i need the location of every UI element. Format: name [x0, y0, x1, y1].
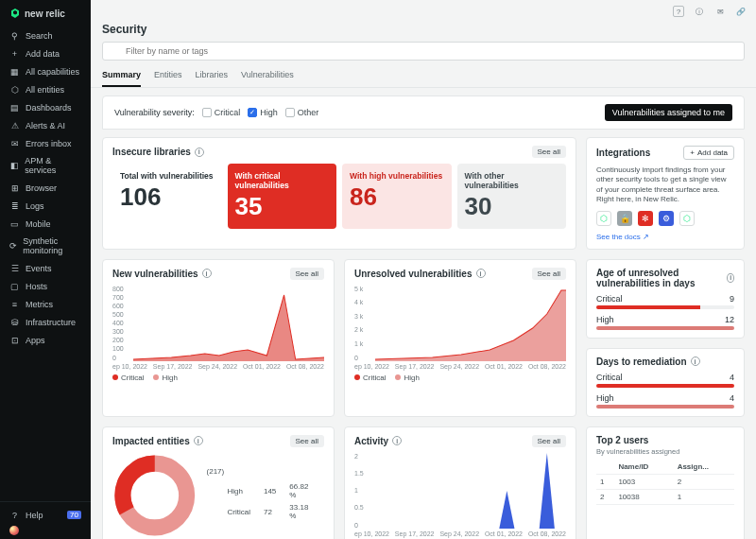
nav-item[interactable]: ⛁Infrastructure — [0, 313, 91, 331]
tab-entities[interactable]: Entities — [154, 66, 182, 87]
card-title-text: Activity — [354, 436, 388, 446]
integration-icons: ⬡ 🔒 ✻ ⚙ ⬡ — [596, 211, 734, 226]
nav-item[interactable]: ⚲Search — [0, 26, 91, 44]
info-icon[interactable]: i — [476, 269, 486, 278]
lib-total: Total with vulnerabilities106 — [112, 164, 222, 229]
nav-icon: ⬡ — [9, 84, 20, 95]
newrelic-icon — [9, 8, 21, 19]
critical-age-bar — [596, 305, 734, 309]
see-all-button[interactable]: See all — [532, 435, 566, 447]
table-row[interactable]: 110032 — [596, 474, 734, 489]
tab-vulnerabilities[interactable]: Vulnerabilities — [241, 66, 294, 87]
see-all-button[interactable]: See all — [290, 435, 324, 447]
integrations-desc: Continuously import findings from your o… — [596, 165, 734, 205]
info-icon[interactable]: i — [202, 269, 212, 278]
card-title-text: New vulnerabilities — [112, 269, 198, 279]
nav-item[interactable]: ⊞Browser — [0, 179, 91, 197]
nav-item[interactable]: ✉Errors inbox — [0, 134, 91, 152]
integration-icon[interactable]: 🔒 — [617, 211, 632, 226]
avatar[interactable] — [9, 526, 19, 535]
card-title-text: Days to remediation — [596, 356, 687, 367]
nav-label: Add data — [26, 49, 60, 59]
svg-marker-3 — [540, 453, 555, 529]
nav-icon: ▤ — [9, 102, 20, 113]
nav-label: All capabilities — [26, 67, 79, 77]
nav-item[interactable]: ▢Hosts — [0, 277, 91, 295]
info-icon[interactable]: i — [194, 436, 203, 445]
nav-icon: ⊞ — [9, 183, 20, 193]
add-data-button[interactable]: +Add data — [683, 146, 734, 160]
see-all-button[interactable]: See all — [532, 268, 566, 280]
integration-icon[interactable]: ✻ — [638, 211, 653, 226]
share-icon[interactable]: 🔗 — [735, 6, 747, 17]
nav-item[interactable]: ⬡All entities — [0, 80, 91, 98]
tabs: SummaryEntitiesLibrariesVulnerabilities — [91, 66, 756, 88]
nav-icon: ⚲ — [9, 30, 20, 41]
unresolved-chart: 5 k4 k3 k2 k1 k0 — [354, 286, 566, 361]
tab-summary[interactable]: Summary — [102, 66, 141, 87]
donut-chart — [112, 453, 198, 538]
activity-card: Activityi See all 21.510.50 ep 10, 2022S… — [344, 426, 576, 539]
integration-icon[interactable]: ⚙ — [659, 211, 674, 226]
info-icon[interactable]: ⓘ — [694, 6, 705, 17]
nav-label: Events — [26, 264, 52, 273]
nav-icon: ✉ — [9, 138, 20, 148]
nav-item[interactable]: ≡Metrics — [0, 295, 91, 313]
new-vulnerabilities-card: New vulnerabilitiesi See all 80070060050… — [102, 259, 335, 417]
nav-item[interactable]: ⚠Alerts & AI — [0, 116, 91, 134]
integration-icon[interactable]: ⬡ — [596, 211, 611, 226]
nav-item[interactable]: +Add data — [0, 44, 91, 62]
nav-item[interactable]: ▦All capabilities — [0, 62, 91, 80]
card-title-text: Unresolved vulnerabilities — [354, 269, 472, 279]
nav-label: All entities — [26, 85, 64, 95]
card-title-text: Top 2 users — [596, 435, 648, 445]
nav-item[interactable]: ▭Mobile — [0, 215, 91, 233]
nav-label: Infrastructure — [26, 318, 76, 327]
severity-high-toggle[interactable]: ✓High — [248, 108, 278, 117]
help-link[interactable]: ?Help 70 — [0, 506, 91, 524]
severity-other-toggle[interactable]: Other — [285, 108, 319, 117]
impacted-total: (217) — [207, 467, 324, 476]
lib-other: With other vulnerabilities30 — [457, 164, 567, 229]
integrations-card: Integrations +Add data Continuously impo… — [586, 137, 745, 250]
nav-label: Errors inbox — [26, 139, 72, 148]
help-center-icon[interactable]: ? — [673, 6, 684, 17]
nav-label: Hosts — [26, 282, 47, 291]
brand-logo[interactable]: new relic — [0, 0, 91, 26]
new-vuln-chart: 8007006005004003002001000 — [112, 286, 324, 361]
feedback-icon[interactable]: ✉ — [714, 6, 726, 17]
nav-label: Search — [26, 31, 53, 41]
filter-input[interactable] — [102, 42, 745, 61]
assigned-to-me-button[interactable]: Vulnerabilities assigned to me — [605, 104, 732, 121]
info-icon[interactable]: i — [727, 273, 734, 283]
svg-marker-2 — [499, 491, 514, 529]
nav-icon: ⟳ — [9, 241, 17, 252]
nav-label: Alerts & AI — [26, 121, 65, 130]
info-icon[interactable]: i — [691, 356, 700, 366]
main: ? ⓘ ✉ 🔗 Security ⚙ SummaryEntitiesLibrar… — [91, 0, 756, 539]
see-all-button[interactable]: See all — [532, 146, 566, 158]
remediation-card: Days to remediationi Critical4 High4 — [586, 348, 745, 417]
see-docs-link[interactable]: See the docs ↗ — [596, 233, 649, 241]
see-all-button[interactable]: See all — [290, 268, 324, 280]
nav-item[interactable]: ▤Dashboards — [0, 98, 91, 116]
severity-critical-toggle[interactable]: Critical — [202, 108, 241, 117]
nav-item[interactable]: ◧APM & services — [0, 152, 91, 179]
nav-icon: ≡ — [9, 299, 20, 309]
checkbox-icon: ✓ — [248, 108, 257, 117]
severity-controls: Vulnerability severity: Critical ✓High O… — [102, 96, 745, 130]
info-icon[interactable]: i — [392, 436, 402, 445]
help-badge: 70 — [67, 511, 81, 519]
card-title-text: Integrations — [596, 148, 650, 158]
nav-item[interactable]: ⟳Synthetic monitoring — [0, 233, 91, 259]
nav-icon: ▢ — [9, 281, 20, 291]
table-row[interactable]: 2100381 — [596, 489, 734, 504]
tab-libraries[interactable]: Libraries — [196, 66, 229, 87]
brand-name: new relic — [25, 9, 65, 19]
nav-item[interactable]: ⊡Apps — [0, 331, 91, 349]
info-icon[interactable]: i — [195, 148, 204, 157]
nav-icon: ⚠ — [9, 120, 20, 130]
integration-icon[interactable]: ⬡ — [679, 211, 695, 226]
nav-item[interactable]: ≣Logs — [0, 197, 91, 215]
nav-item[interactable]: ☰Events — [0, 259, 91, 277]
